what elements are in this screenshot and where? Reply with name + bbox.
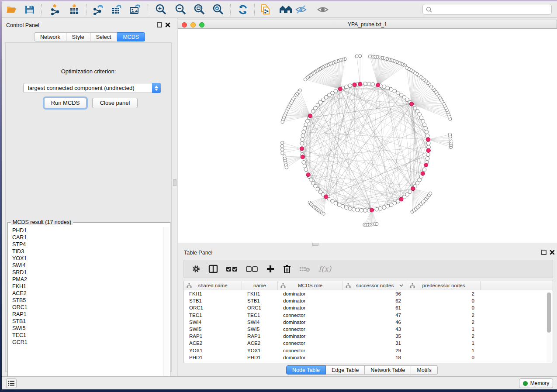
tab-node-table[interactable]: Node Table [286,365,326,375]
table-row[interactable]: FKH1FKH1dominator962 [184,290,553,297]
toolbar-separator [230,4,231,15]
horizontal-splitter-grip[interactable] [312,243,318,246]
tab-network-table[interactable]: Network Table [365,365,411,375]
export-image-button[interactable] [128,3,142,17]
zoom-out-button[interactable] [173,3,188,17]
sort-chevron-icon[interactable] [399,284,403,287]
tab-motifs[interactable]: Motifs [411,365,437,375]
table-row[interactable]: YOX1YOX1connector291 [184,347,553,354]
float-panel-icon[interactable] [541,249,547,255]
list-item[interactable]: STP4 [9,241,163,248]
tab-style[interactable]: Style [66,32,90,41]
search-input[interactable] [434,7,551,13]
control-panel: Control Panel Network Style Select MCDS … [2,18,175,376]
show-columns-icon[interactable] [208,265,218,273]
float-panel-icon[interactable] [156,22,163,28]
tab-select[interactable]: Select [90,32,118,41]
column-header-name[interactable]: name [242,281,278,290]
task-history-button[interactable] [6,378,17,388]
delete-table-icon[interactable] [299,265,311,273]
import-network-button[interactable] [48,3,62,17]
list-item[interactable]: YOX1 [9,255,163,262]
function-builder-icon[interactable]: f(x) [318,265,331,273]
mcds-list-scrollbar[interactable] [163,227,169,383]
list-item[interactable]: ORC1 [9,304,163,311]
export-network-button[interactable] [90,3,105,17]
memory-button[interactable]: Memory [519,378,553,388]
table-row[interactable]: RAP1RAP1dominator352 [184,333,553,340]
optimization-criterion-select[interactable]: largest connected component (undirected) [23,83,161,93]
deselect-all-icon[interactable] [246,265,258,273]
list-item[interactable]: GCR1 [9,339,163,346]
export-table-button[interactable] [109,3,124,17]
table-row[interactable]: SWI5SWI5connector431 [184,326,553,333]
table-row[interactable]: SWI4SWI4dominator462 [184,319,553,326]
tab-edge-table[interactable]: Edge Table [326,365,365,375]
select-all-icon[interactable] [226,265,238,273]
search-field[interactable] [422,4,552,15]
selected-option: largest connected component (undirected) [28,85,135,91]
table-row[interactable]: PHD1PHD1dominator180 [184,354,553,361]
column-header-successor-nodes[interactable]: successor nodes [343,281,407,290]
table-cell: 1 [407,348,481,353]
close-panel-icon[interactable] [549,249,555,255]
memory-status-icon [523,381,528,386]
delete-column-icon[interactable] [283,264,291,274]
table-cell: SWI4 [184,320,242,325]
import-table-icon [68,3,80,16]
table-row[interactable]: TEC1TEC1connector472 [184,312,553,319]
close-panel-button[interactable]: Close panel [92,98,138,108]
clone-network-button[interactable] [258,3,273,17]
list-item[interactable]: TID3 [9,248,163,255]
save-session-button[interactable] [22,3,37,17]
column-header-predecessor-nodes[interactable]: predecessor nodes [407,281,481,290]
tab-mcds[interactable]: MCDS [117,32,145,41]
list-item[interactable]: STB5 [9,297,163,304]
table-cell: 62 [343,298,407,303]
zoom-in-button[interactable] [153,3,168,17]
first-neighbors-button[interactable] [278,3,293,17]
table-row[interactable]: STB1STB1dominator620 [184,297,553,304]
refresh-layout-button[interactable] [235,3,250,17]
vertical-splitter-grip[interactable] [173,179,176,186]
hierarchy-icon [346,283,351,288]
open-file-button[interactable] [4,3,19,17]
zoom-fit-button[interactable] [192,3,207,17]
list-item[interactable]: SWI5 [9,325,163,332]
table-scrollbar[interactable] [547,292,551,362]
list-item[interactable]: STB1 [9,318,163,325]
add-column-icon[interactable] [266,265,275,273]
import-table-button[interactable] [67,3,82,17]
list-item[interactable]: SWI4 [9,262,163,269]
network-window-titlebar[interactable]: YPA_prune.txt_1 [178,20,557,29]
run-mcds-button[interactable]: Run MCDS [44,98,86,108]
list-item[interactable]: TEC1 [9,332,163,339]
list-item[interactable]: PHD1 [9,227,163,234]
table-row[interactable]: ORC1ORC1dominator610 [184,304,553,311]
list-item[interactable]: ACE2 [9,290,163,297]
column-header-shared-name[interactable]: shared name [184,281,242,290]
list-item[interactable]: PMA2 [9,276,163,283]
table-cell: 29 [343,348,407,353]
table-cell: PHD1 [184,355,242,360]
column-header-mcds-role[interactable]: MCDS role [278,281,343,290]
zoom-selected-button[interactable] [211,3,225,17]
table-row[interactable]: ACE2ACE2connector311 [184,340,553,347]
close-panel-icon[interactable] [165,22,171,28]
zoom-out-icon [174,3,187,16]
network-view[interactable] [178,29,557,243]
list-item[interactable]: RAP1 [9,311,163,318]
tab-network[interactable]: Network [34,32,66,41]
table-cell: connector [278,348,343,353]
list-item[interactable]: SRD1 [9,269,163,276]
table-cell: SWI5 [184,327,242,332]
show-all-button[interactable] [315,3,330,17]
hierarchy-icon [410,283,415,288]
list-item[interactable]: CAR1 [9,234,163,241]
vertical-splitter[interactable] [177,18,177,376]
table-scrollbar-thumb[interactable] [547,292,551,333]
list-item[interactable]: FKH1 [9,283,163,290]
toolbar-separator [86,4,86,15]
settings-gear-icon[interactable] [192,265,201,273]
hide-selected-button[interactable] [294,3,308,17]
